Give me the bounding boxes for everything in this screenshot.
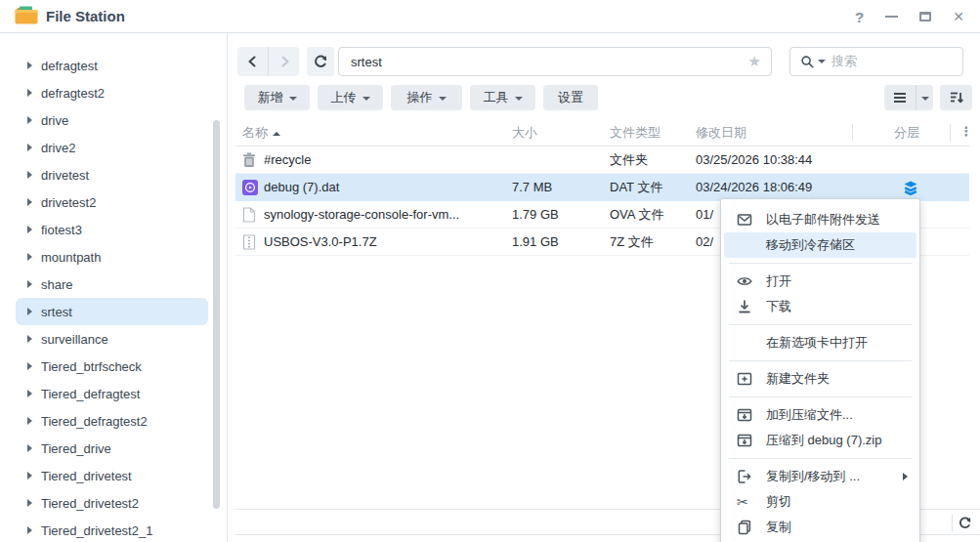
- menu-item-compress-to-zip[interactable]: 压缩到 debug (7).zip: [721, 428, 919, 453]
- sidebar-item-tiered-drivetest2[interactable]: Tiered_drivetest2: [16, 489, 208, 517]
- sidebar-item-tiered-drive[interactable]: Tiered_drive: [16, 435, 208, 462]
- app-title: File Station: [46, 8, 125, 24]
- chevron-left-icon: [245, 54, 261, 69]
- file-row-debug-dat[interactable]: debug (7).dat 7.7 MB DAT 文件 03/24/2026 1…: [235, 174, 969, 201]
- back-button[interactable]: [237, 47, 269, 76]
- sidebar-item-surveillance[interactable]: surveillance: [16, 325, 208, 353]
- expand-arrow-icon[interactable]: [27, 253, 41, 261]
- column-options-icon[interactable]: ⋮: [957, 119, 976, 146]
- create-button-label: 新增: [258, 89, 283, 106]
- menu-item-label: 新建文件夹: [766, 370, 830, 388]
- favorite-star-icon[interactable]: ★: [748, 53, 761, 70]
- file-row-recycle[interactable]: #recycle 文件夹 03/25/2026 10:38:44: [235, 146, 969, 174]
- expand-arrow-icon[interactable]: [27, 362, 41, 370]
- expand-arrow-icon[interactable]: [27, 335, 41, 343]
- expand-arrow-icon[interactable]: [27, 144, 41, 151]
- expand-arrow-icon[interactable]: [27, 62, 41, 69]
- scissors-icon: ✂: [737, 494, 766, 510]
- sidebar-item-defragtest[interactable]: defragtest: [16, 52, 208, 79]
- menu-item-send-as-email[interactable]: 以电子邮件附件发送: [721, 207, 919, 232]
- status-refresh-button[interactable]: [955, 513, 974, 532]
- expand-arrow-icon[interactable]: [27, 499, 41, 507]
- trash-icon: [242, 152, 256, 168]
- sidebar-item-fiotest3[interactable]: fiotest3: [16, 216, 208, 243]
- sidebar-item-label: drivetest: [41, 168, 89, 183]
- sidebar-item-label: srtest: [41, 305, 72, 319]
- view-mode-caret-button[interactable]: [916, 85, 933, 110]
- sidebar-item-srtest[interactable]: srtest: [16, 298, 208, 325]
- expand-arrow-icon[interactable]: [27, 444, 41, 452]
- sidebar-item-tiered-drivetest[interactable]: Tiered_drivetest: [16, 462, 208, 489]
- menu-item-add-to-archive[interactable]: 加到压缩文件...: [721, 402, 919, 428]
- new-folder-icon: [737, 371, 766, 387]
- column-header-size[interactable]: 大小: [512, 119, 537, 146]
- file-name: synology-storage-console-for-vm...: [264, 201, 459, 229]
- expand-arrow-icon[interactable]: [27, 171, 41, 179]
- sidebar-item-drivetest2[interactable]: drivetest2: [16, 188, 208, 216]
- view-mode-split-button: [884, 85, 933, 110]
- expand-arrow-icon[interactable]: [27, 198, 41, 206]
- expand-arrow-icon[interactable]: [27, 526, 41, 534]
- expand-arrow-icon[interactable]: [27, 280, 41, 288]
- column-divider: [852, 124, 853, 142]
- settings-button[interactable]: 设置: [543, 85, 598, 110]
- sidebar-item-tiered-defragtest[interactable]: Tiered_defragtest: [16, 380, 208, 407]
- upload-button[interactable]: 上传: [318, 85, 383, 110]
- file-type: OVA 文件: [610, 201, 663, 229]
- archive-file-icon: [242, 234, 256, 250]
- minimize-icon[interactable]: [885, 16, 898, 18]
- sort-button[interactable]: [940, 85, 972, 110]
- path-input[interactable]: srtest ★: [338, 47, 772, 76]
- maximize-icon[interactable]: [919, 12, 931, 21]
- column-label: 文件类型: [610, 125, 660, 140]
- expand-arrow-icon[interactable]: [27, 472, 41, 479]
- list-view-icon: [892, 90, 908, 105]
- column-header-modified[interactable]: 修改日期: [696, 119, 746, 146]
- expand-arrow-icon[interactable]: [27, 390, 41, 397]
- menu-item-new-folder[interactable]: 新建文件夹: [721, 366, 919, 392]
- sidebar-item-drivetest[interactable]: drivetest: [16, 161, 208, 188]
- tools-button[interactable]: 工具: [470, 85, 535, 110]
- column-header-type[interactable]: 文件类型: [610, 119, 660, 146]
- refresh-button[interactable]: [307, 47, 334, 76]
- action-button[interactable]: 操作: [391, 85, 462, 110]
- column-header-name[interactable]: 名称: [242, 119, 280, 146]
- expand-arrow-icon[interactable]: [27, 89, 41, 97]
- dat-file-icon: [242, 180, 258, 195]
- create-button[interactable]: 新增: [244, 85, 310, 110]
- archive-icon: [737, 433, 766, 448]
- sidebar-item-tiered-drivetest2-1[interactable]: Tiered_drivetest2_1: [16, 517, 208, 542]
- sidebar-item-tiered-btrfscheck[interactable]: Tiered_btrfscheck: [16, 353, 208, 380]
- sidebar-item-mountpath[interactable]: mountpath: [16, 243, 208, 271]
- column-label: 修改日期: [696, 125, 746, 140]
- menu-item-copy[interactable]: 复制: [721, 515, 919, 540]
- sidebar-item-share[interactable]: share: [16, 271, 208, 298]
- menu-item-open-in-new-tab[interactable]: 在新选项卡中打开: [721, 330, 919, 355]
- help-icon[interactable]: ?: [855, 9, 864, 25]
- close-icon[interactable]: ✕: [953, 9, 964, 24]
- file-type: 文件夹: [610, 146, 648, 174]
- sidebar-scrollbar[interactable]: [213, 120, 220, 509]
- forward-button[interactable]: [269, 47, 299, 76]
- menu-divider: [729, 396, 912, 397]
- menu-item-copy-move-to[interactable]: 复制到/移动到 ...: [721, 464, 919, 489]
- sidebar-item-drive2[interactable]: drive2: [16, 134, 208, 161]
- menu-item-open[interactable]: 打开: [721, 269, 919, 294]
- dropdown-caret-icon: [289, 97, 297, 101]
- sidebar-item-label: Tiered_defragtest: [41, 387, 140, 401]
- list-view-button[interactable]: [884, 85, 916, 110]
- expand-arrow-icon[interactable]: [27, 116, 41, 124]
- expand-arrow-icon[interactable]: [27, 308, 41, 315]
- search-input[interactable]: 搜索: [789, 47, 963, 76]
- sidebar-item-drive[interactable]: drive: [16, 106, 208, 134]
- column-header-tier[interactable]: 分层: [894, 119, 919, 146]
- sidebar-item-defragtest2[interactable]: defragtest2: [16, 79, 208, 106]
- menu-item-move-to-cold-storage[interactable]: 移动到冷存储区: [724, 232, 916, 258]
- menu-item-download[interactable]: 下载: [721, 294, 919, 319]
- expand-arrow-icon[interactable]: [27, 417, 41, 425]
- file-type: DAT 文件: [610, 174, 662, 201]
- search-options-caret-icon[interactable]: [818, 60, 826, 63]
- sidebar-item-tiered-defragtest2[interactable]: Tiered_defragtest2: [16, 407, 208, 435]
- expand-arrow-icon[interactable]: [27, 226, 41, 233]
- menu-item-cut[interactable]: ✂ 剪切: [721, 489, 919, 515]
